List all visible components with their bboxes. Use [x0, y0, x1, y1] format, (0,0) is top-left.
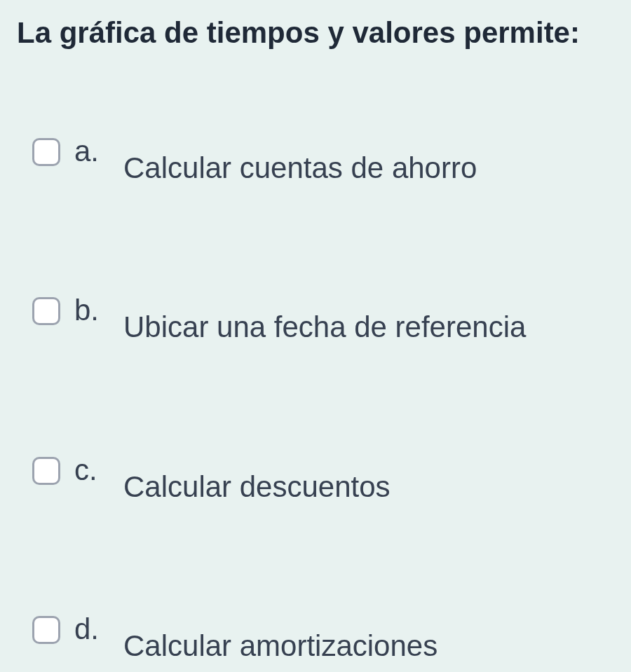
option-b: b. Ubicar una fecha de referencia	[32, 296, 614, 347]
option-letter-c: c.	[74, 455, 109, 485]
option-text-d: Calcular amortizaciones	[123, 627, 437, 666]
checkbox-b[interactable]	[32, 297, 60, 325]
checkbox-d[interactable]	[32, 616, 60, 644]
option-c: c. Calcular descuentos	[32, 455, 614, 507]
option-a: a. Calcular cuentas de ahorro	[32, 137, 614, 188]
question-title: La gráfica de tiempos y valores permite:	[17, 14, 614, 53]
option-letter-d: d.	[74, 615, 109, 644]
option-letter-b: b.	[74, 296, 109, 325]
option-text-a: Calcular cuentas de ahorro	[123, 149, 477, 188]
options-container: a. Calcular cuentas de ahorro b. Ubicar …	[17, 137, 614, 666]
checkbox-c[interactable]	[32, 457, 60, 485]
option-letter-a: a.	[74, 137, 109, 166]
option-d: d. Calcular amortizaciones	[32, 615, 614, 666]
checkbox-a[interactable]	[32, 138, 60, 166]
option-text-c: Calcular descuentos	[123, 468, 391, 507]
option-text-b: Ubicar una fecha de referencia	[123, 308, 526, 347]
